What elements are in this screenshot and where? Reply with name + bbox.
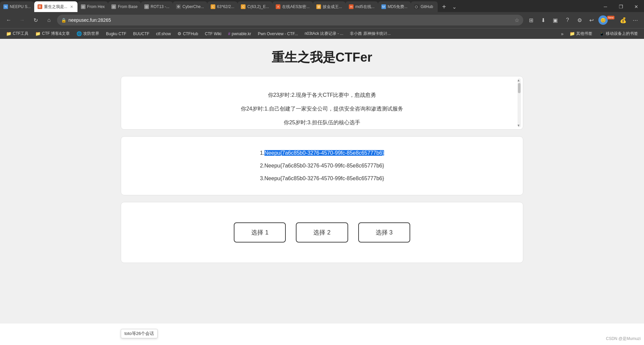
settings-button[interactable]: ⚙ [574,15,585,25]
minimize-button[interactable]: ─ [598,1,613,13]
tab-md5[interactable]: m md5在线... [345,1,378,12]
tab-github[interactable]: ⬡ GitHub [411,1,438,12]
page-content: 重生之我是CTFer 你23岁时:2.现身于各大CTF比赛中，愈战愈勇 你24岁… [0,39,644,324]
option-2[interactable]: 2.Neepu{7a6c85b0-3276-4570-99fc-85e8c657… [260,163,384,169]
tab-jiaojin[interactable]: 披 披金成王... [313,1,345,12]
hash-icon: # [228,31,230,36]
tab-cyberchef[interactable]: ⚙ CyberChe... [173,1,207,12]
choice-1-button[interactable]: 选择 1 [234,222,286,243]
tab-label-calc2: C(63,2)_E... [247,4,269,9]
tab-favicon-cyberchef: ⚙ [176,4,181,9]
tab-aes[interactable]: A 在线AES加密... [272,1,313,12]
tab-favicon-frombase: ◎ [111,4,116,9]
tab-label-frombase: From Base [118,4,138,9]
tab-label-jiaojin: 披金成王... [323,4,342,10]
choice-3-button[interactable]: 选择 3 [358,222,410,243]
reload-button[interactable]: ↻ [30,15,41,25]
tab-actions: + ⌄ [439,1,459,12]
bookmark-ctfblog[interactable]: 📁 CTF 博客&文章 [33,30,72,38]
back-button[interactable]: ← [3,15,14,25]
back-forward-button[interactable]: ↩ [586,15,597,25]
scroll-down-button[interactable]: ▼ [516,124,521,127]
option-3-text: 3.Neepu{7a6c85b0-3276-4570-99fc-85e8c657… [260,176,384,181]
tab-label-aes: 在线AES加密... [282,4,310,10]
more-button[interactable]: ⋯ [630,15,641,25]
tab-rot13[interactable]: ◎ ROT13 -... [141,1,173,12]
bookmark-star-icon[interactable]: ☆ [515,17,519,23]
story-lines: 你23岁时:2.现身于各大CTF比赛中，愈战愈勇 你24岁时:1.自己创建了一家… [135,90,509,127]
option-1-prefix: 1. [260,150,264,156]
option-1-flag: Neepu{7a6c85b0-3276-4570-99fc-85e8c65777… [264,150,384,156]
scroll-up-button[interactable]: ▲ [516,78,521,82]
tab-calc2[interactable]: C C(63,2)_E... [237,1,272,12]
bookmark-pwnable[interactable]: # pwnable.kr [225,30,254,37]
tab-fromhex[interactable]: ◎ From Hex [77,1,108,12]
bookmark-ctfshow[interactable]: ctf.show [153,30,173,37]
address-bar: ← → ↻ ⌂ 🔒 neepusec.fun:28265 ☆ ⊞ ⬇ ▣ ? ⚙… [0,12,644,28]
scrollbar-thumb[interactable] [518,83,521,93]
tab-label-cyberchef: CyberChe... [182,4,204,9]
maximize-button[interactable]: ❐ [613,1,629,13]
profile-avatar[interactable]: 😊 [598,15,608,25]
tab-favicon-fromhex: ◎ [81,4,86,9]
tab-favicon-jiaojin: 披 [316,4,321,9]
bookmark-xiaoshuai[interactable]: 非小酋 原神抽卡统计... [347,30,393,38]
bookmark-ctfhub-label: CTFHub [183,31,198,36]
tab-label-fromhex: From Hex [87,4,105,9]
tab-label-md5: md5在线... [355,4,374,10]
extensions-button[interactable]: ⊞ [526,15,537,25]
bookmark-ctfwiki[interactable]: CTF Wiki [202,30,224,37]
bookmark-buuctf[interactable]: BUUCTF [130,30,152,37]
option-3[interactable]: 3.Neepu{7a6c85b0-3276-4570-99fc-85e8c657… [260,176,384,182]
bookmark-others-label: 其他书签 [576,31,592,37]
bookmark-n03tack[interactable]: n03tAck 比赛记录 - ... [302,30,346,38]
tab-favicon-calc2: C [241,4,246,9]
wallet-icon[interactable]: 💰 [618,15,629,25]
home-button[interactable]: ⌂ [44,15,54,25]
bookmark-ctfshow-label: ctf.show [156,31,171,36]
tab-favicon-github: ⬡ [414,4,419,9]
bookmark-bugku-label: Bugku CTF [106,31,126,36]
help-button[interactable]: ? [562,15,573,25]
tab-close-main[interactable]: ✕ [69,4,74,9]
bookmark-pwnable-label: pwnable.kr [232,31,251,36]
close-button[interactable]: ✕ [629,1,644,13]
folder-icon: 📁 [35,31,41,36]
new-tab-button[interactable]: + [439,3,449,11]
download-button[interactable]: ⬇ [538,15,549,25]
tab-main[interactable]: 重 重生之我是... ✕ [34,1,77,12]
bookmark-ctftool[interactable]: 📁 CTF工具 [3,30,31,38]
option-1[interactable]: 1.Neepu{7a6c85b0-3276-4570-99fc-85e8c657… [260,150,384,156]
tab-md5free[interactable]: M MD5免费... [378,1,411,12]
sidebar-button[interactable]: ▣ [550,15,561,25]
tab-calc1[interactable]: C 63*62/2... [207,1,237,12]
tab-bar: N NEEPU S... 重 重生之我是... ✕ ◎ From Hex ◎ F… [0,0,644,12]
bookmark-bugku[interactable]: Bugku CTF [103,30,129,37]
page-title: 重生之我是CTFer [272,49,372,66]
lock-icon: 🔒 [61,18,66,23]
story-card: 你23岁时:2.现身于各大CTF比赛中，愈战愈勇 你24岁时:1.自己创建了一家… [121,76,523,130]
window-controls: ─ ❐ ✕ [598,1,644,12]
choice-2-button[interactable]: 选择 2 [296,222,348,243]
bookmark-attack[interactable]: 🌐 攻防世界 [74,30,102,38]
address-bar-input[interactable]: 🔒 neepusec.fun:28265 ☆ [57,15,523,25]
tab-favicon-calc1: C [211,4,215,9]
tab-favicon-neepu: N [3,4,8,9]
bookmark-pwnoverview[interactable]: Pwn Overview - CTF... [255,30,301,37]
bookmarks-more-button[interactable]: » [559,30,566,38]
bookmark-mobile-label: 移动设备上的书签 [606,31,638,37]
bookmark-attack-label: 攻防世界 [83,31,99,37]
story-line-3: 你25岁时:3.担任队伍的核心选手 [135,118,509,128]
tab-label-calc1: 63*62/2... [217,4,234,9]
tab-list-button[interactable]: ⌄ [450,4,459,10]
bookmark-ctfhub[interactable]: ⚙ CTFHub [175,30,201,37]
tab-frombase[interactable]: ◎ From Base [108,1,141,12]
bookmark-mobile[interactable]: 📱 移动设备上的书签 [596,30,641,38]
tab-label-main: 重生之我是... [44,4,67,10]
tab-neepu[interactable]: N NEEPU S... [0,1,34,12]
bookmark-others[interactable]: 📁 其他书签 [567,30,595,38]
story-line-2: 你24岁时:1.自己创建了一家安全公司，提供安全咨询和渗透测试服务 [135,104,509,114]
forward-button[interactable]: → [17,15,28,25]
choice-buttons: 选择 1 选择 2 选择 3 [135,222,509,243]
tab-favicon-md5: m [349,4,354,9]
